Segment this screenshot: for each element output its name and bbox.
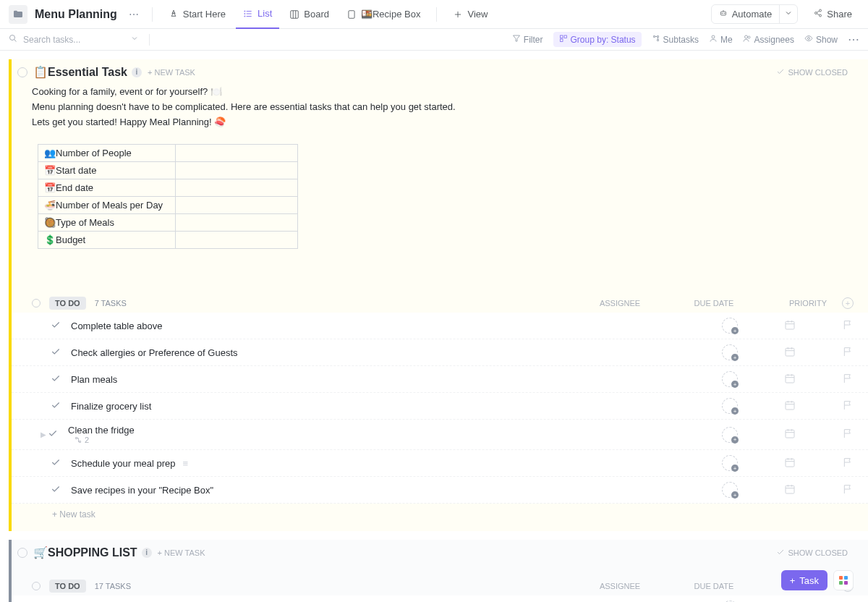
- task-check-icon[interactable]: [51, 457, 61, 470]
- people-icon: [743, 34, 752, 45]
- section-header: 📋Essential Task i + NEW TASK SHOW CLOSED: [12, 59, 868, 82]
- task-row[interactable]: Save recipes in your "Recipe Box": [12, 477, 868, 504]
- svg-point-30: [807, 38, 809, 40]
- show-closed-toggle[interactable]: SHOW CLOSED: [776, 548, 848, 558]
- table-row[interactable]: 🥘Type of Meals: [38, 214, 298, 232]
- svg-point-16: [820, 9, 822, 12]
- assignee-placeholder[interactable]: [722, 318, 738, 334]
- due-date-placeholder[interactable]: [784, 319, 796, 333]
- group-by-button[interactable]: Group by: Status: [553, 32, 642, 47]
- status-collapse[interactable]: [32, 582, 41, 590]
- task-row[interactable]: Finalize grocery list: [12, 393, 868, 420]
- priority-flag-icon[interactable]: [842, 483, 854, 497]
- status-badge[interactable]: TO DO: [49, 297, 86, 310]
- due-date-placeholder[interactable]: [784, 457, 796, 470]
- col-due-date: DUE DATE: [689, 299, 739, 308]
- new-task-link[interactable]: + NEW TASK: [158, 548, 205, 557]
- automate-dropdown[interactable]: [779, 5, 797, 23]
- group-icon: [559, 34, 568, 45]
- meta-value[interactable]: [176, 179, 298, 197]
- task-row[interactable]: Schedule your meal prep≡: [12, 450, 868, 477]
- section-collapse[interactable]: [17, 548, 27, 558]
- table-row[interactable]: 📅End date: [38, 179, 298, 197]
- priority-flag-icon[interactable]: [842, 346, 854, 360]
- svg-point-17: [815, 12, 817, 14]
- task-row[interactable]: Check allergies or Preference of Guests: [12, 339, 868, 366]
- task-row[interactable]: Complete table above: [12, 313, 868, 339]
- fab-label: Task: [799, 575, 819, 586]
- task-check-icon[interactable]: [51, 484, 61, 496]
- priority-flag-icon[interactable]: [842, 457, 854, 470]
- status-badge[interactable]: TO DO: [49, 580, 86, 593]
- share-button[interactable]: Share: [807, 5, 859, 23]
- column-headers: ASSIGNEE DUE DATE PRIORITY: [595, 299, 833, 308]
- due-date-placeholder[interactable]: [784, 373, 796, 386]
- task-check-icon[interactable]: [51, 347, 61, 359]
- priority-flag-icon[interactable]: [842, 319, 854, 333]
- table-row[interactable]: 💲Budget: [38, 232, 298, 249]
- meta-value[interactable]: [176, 214, 298, 232]
- task-check-icon[interactable]: [48, 428, 58, 441]
- automate-button[interactable]: Automate: [712, 5, 780, 23]
- search-input[interactable]: [23, 35, 117, 45]
- meta-value[interactable]: [176, 232, 298, 249]
- svg-rect-6: [291, 10, 299, 18]
- subtasks-button[interactable]: Subtasks: [652, 34, 699, 45]
- svg-rect-25: [564, 35, 567, 38]
- task-check-icon[interactable]: [51, 400, 61, 412]
- meta-value[interactable]: [176, 145, 298, 162]
- assignee-placeholder[interactable]: [722, 455, 738, 471]
- priority-flag-icon[interactable]: [842, 373, 854, 386]
- new-task-row[interactable]: + New task: [12, 504, 868, 525]
- assignee-placeholder[interactable]: [722, 398, 738, 414]
- apps-grid-icon: [839, 576, 848, 585]
- new-task-fab[interactable]: + Task: [781, 570, 827, 590]
- expand-caret-icon[interactable]: ▶: [41, 431, 46, 438]
- tab-add-view[interactable]: View: [446, 0, 495, 29]
- priority-flag-icon[interactable]: [842, 428, 854, 441]
- section-header: 🛒SHOPPING LIST i + NEW TASK SHOW CLOSED: [12, 540, 868, 562]
- info-icon[interactable]: i: [132, 67, 142, 77]
- task-icons: [722, 427, 854, 443]
- svg-line-19: [817, 11, 820, 12]
- folder-icon[interactable]: [9, 5, 27, 24]
- status-collapse[interactable]: [32, 299, 41, 308]
- table-row[interactable]: 🍜Number of Meals per Day: [38, 197, 298, 214]
- due-date-placeholder[interactable]: [784, 399, 796, 413]
- show-closed-toggle[interactable]: SHOW CLOSED: [776, 67, 848, 77]
- task-row[interactable]: Plan meals: [12, 366, 868, 393]
- task-row[interactable]: Ingredient 1: [12, 595, 868, 602]
- meta-value[interactable]: [176, 197, 298, 214]
- meta-value[interactable]: [176, 162, 298, 179]
- due-date-placeholder[interactable]: [784, 428, 796, 441]
- task-row[interactable]: ▶Clean the fridge2: [12, 420, 868, 450]
- more-button[interactable]: ⋯: [848, 33, 859, 46]
- title-more-icon[interactable]: ⋯: [124, 9, 143, 20]
- assignee-placeholder[interactable]: [722, 371, 738, 387]
- filter-button[interactable]: Filter: [512, 34, 543, 45]
- apps-fab[interactable]: [833, 570, 854, 590]
- new-task-link[interactable]: + NEW TASK: [148, 68, 195, 77]
- info-icon[interactable]: i: [142, 548, 152, 558]
- priority-flag-icon[interactable]: [842, 399, 854, 413]
- due-date-placeholder[interactable]: [784, 483, 796, 497]
- tab-start-here[interactable]: Start Here: [161, 0, 233, 29]
- me-button[interactable]: Me: [709, 34, 733, 45]
- assignee-placeholder[interactable]: [722, 344, 738, 360]
- assignees-button[interactable]: Assignees: [743, 34, 794, 45]
- show-button[interactable]: Show: [804, 34, 838, 45]
- add-column-button[interactable]: +: [842, 297, 854, 309]
- assignee-placeholder[interactable]: [722, 482, 738, 498]
- tab-board[interactable]: Board: [282, 0, 336, 29]
- table-row[interactable]: 👥Number of People: [38, 145, 298, 162]
- assignee-placeholder[interactable]: [722, 427, 738, 443]
- task-check-icon[interactable]: [51, 373, 61, 386]
- task-check-icon[interactable]: [51, 320, 61, 332]
- table-row[interactable]: 📅Start date: [38, 162, 298, 179]
- section-collapse[interactable]: [17, 67, 27, 77]
- row-menu-icon[interactable]: ≡: [183, 458, 189, 469]
- tab-recipe-box[interactable]: 🍱Recipe Box: [339, 0, 427, 29]
- chevron-down-icon[interactable]: [130, 34, 139, 45]
- tab-list[interactable]: List: [236, 0, 279, 29]
- due-date-placeholder[interactable]: [784, 346, 796, 360]
